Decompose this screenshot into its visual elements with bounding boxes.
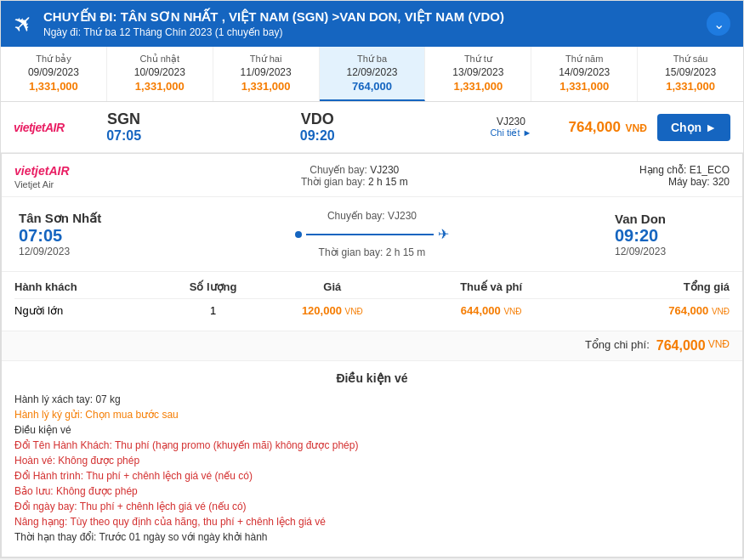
chi-tiet-link[interactable]: Chi tiết ► [477,127,545,139]
route-arr: Van Don 09:20 12/09/2023 [615,212,725,257]
date-value: 13/09/2023 [429,66,527,78]
expand-button[interactable]: ⌄ [707,12,730,36]
col-price-header: Giá [253,280,412,293]
tax-price: 644,000 VNĐ [412,304,571,317]
date-col[interactable]: Thứ bảy 09/09/2023 1,331,000 [1,47,107,101]
flight-header: ✈ CHUYẾN ĐI: TÂN SƠN NHẤT , VIỆT NAM (SG… [1,1,743,47]
flight-number-block: VJ230 Chi tiết ► [477,116,545,139]
col-tax-header: Thuế và phí [412,280,571,293]
condition-item: Thời hạn thay đổi: Trước 01 ngày so với … [14,531,730,543]
route-section: Tân Sơn Nhất 07:05 12/09/2023 Chuyến bay… [2,197,742,272]
condition-item: Đổi Hành trình: Thu phí + chênh lệch giá… [14,470,730,482]
dep-time: 07:05 [106,128,141,144]
passenger-type: Người lớn [14,304,173,317]
dep-code: SGN [107,110,140,128]
detail-logo-block: vietjetAIR Vietjet Air [14,164,70,189]
date-day: Thứ bảy [4,54,103,65]
total-label: Tổng chi phí: [585,338,650,354]
date-value: 12/09/2023 [323,66,422,78]
flight-currency: VNĐ [626,122,647,134]
date-day: Thứ hai [217,54,315,65]
condition-item: Hành lý xách tay: 07 kg [14,393,730,405]
date-value: 15/09/2023 [641,66,740,78]
detail-airline-name: Vietjet Air [14,179,70,189]
pricing-row: Người lớn 1 120,000 VNĐ 644,000 VNĐ 764,… [14,299,730,322]
date-day: Thứ sáu [641,54,740,65]
passenger-qty: 1 [173,304,253,317]
date-price: 764,000 [323,80,422,93]
date-col[interactable]: Chủ nhật 10/09/2023 1,331,000 [107,47,213,101]
arr-date: 12/09/2023 [615,246,725,257]
detail-duration: 2 h 15 m [368,176,408,188]
detail-panel: vietjetAIR Vietjet Air Chuyến bay: VJ230… [1,153,743,557]
col-total-header: Tổng giá [571,280,730,293]
base-price: 120,000 VNĐ [253,304,412,317]
date-day: Thứ năm [535,54,633,65]
dep-time-detail: 07:05 [19,226,129,246]
condition-item: Điều kiện vé [14,424,730,436]
arr-city: Van Don [615,212,725,226]
date-value: 11/09/2023 [217,66,315,78]
conditions-section: Điều kiện vé Hành lý xách tay: 07 kgHành… [2,361,742,557]
conditions-title: Điều kiện vé [14,371,730,385]
header-left: ✈ CHUYẾN ĐI: TÂN SƠN NHẤT , VIỆT NAM (SG… [14,9,504,38]
date-selector: Thứ bảy 09/09/2023 1,331,000 Chủ nhật 10… [1,47,743,102]
date-value: 09/09/2023 [4,66,103,78]
date-price: 1,331,000 [4,80,103,93]
date-price: 1,331,000 [535,80,633,93]
condition-item: Bảo lưu: Không được phép [14,485,730,497]
airline-logo: vietjetAIR [14,121,65,134]
condition-item: Đổi ngày bay: Thu phí + chênh lệch giá v… [14,501,730,512]
detail-airline-logo: vietjetAIR [14,164,70,178]
date-col[interactable]: Thứ sáu 15/09/2023 1,331,000 [638,47,743,101]
detail-right: Hạng chỗ: E1_ECO Máy bay: 320 [639,164,730,188]
dep-date: 12/09/2023 [19,246,129,257]
route-dep: Tân Sơn Nhất 07:05 12/09/2023 [19,211,129,257]
col-qty-header: Số lượng [173,280,253,293]
plane-right-icon: ✈ [438,226,449,242]
date-col[interactable]: Thứ hai 11/09/2023 1,331,000 [213,47,320,101]
date-value: 14/09/2023 [535,66,633,78]
flight-center: VDO 09:20 [158,110,477,144]
date-col[interactable]: Thứ tư 13/09/2023 1,331,000 [425,47,531,101]
arr-time-detail: 09:20 [615,226,725,246]
condition-item: Hành lý ký gửi: Chọn mua bước sau [14,409,730,421]
date-col[interactable]: Thứ năm 14/09/2023 1,331,000 [531,47,638,101]
chon-button[interactable]: Chọn ► [657,114,730,141]
route-middle: Chuyến bay: VJ230 ✈ Thời gian bay: 2 h 1… [146,210,598,258]
date-day: Thứ ba [323,54,422,65]
date-value: 10/09/2023 [111,66,209,78]
route-duration: 2 h 15 m [386,246,426,258]
route-flight: VJ230 [388,210,417,222]
flight-price: 764,000 [569,119,621,135]
date-day: Chủ nhật [111,54,209,65]
condition-item: Đổi Tên Hành Khách: Thu phí (hạng promo … [14,439,730,451]
flight-row: vietjetAIR SGN 07:05 VDO 09:20 VJ230 Chi… [1,102,743,153]
date-col[interactable]: Thứ ba 12/09/2023 764,000 [320,47,426,101]
date-day: Thứ tư [429,54,527,65]
date-price: 1,331,000 [111,80,209,93]
dep-city: Tân Sơn Nhất [19,211,129,226]
date-price: 1,331,000 [217,80,315,93]
date-price: 1,331,000 [429,80,527,93]
total-currency: VNĐ [708,338,730,354]
seat-class: E1_ECO [690,164,730,176]
main-container: ✈ CHUYẾN ĐI: TÂN SƠN NHẤT , VIỆT NAM (SG… [0,0,744,558]
flight-number: VJ230 [477,116,545,127]
arr-time: 09:20 [300,128,335,144]
detail-flight-info: Chuyến bay: VJ230 Thời gian bay: 2 h 15 … [301,164,408,188]
header-subtitle: Ngày đi: Thứ ba 12 Tháng Chín 2023 (1 ch… [43,26,504,38]
total-row: Tổng chi phí: 764,000 VNĐ [2,331,742,361]
detail-header: vietjetAIR Vietjet Air Chuyến bay: VJ230… [2,154,742,197]
condition-item: Nâng hạng: Tùy theo quy định của hãng, t… [14,516,730,528]
header-title: CHUYẾN ĐI: TÂN SƠN NHẤT , VIỆT NAM (SGN)… [43,9,504,25]
route-line: ✈ [146,226,598,242]
condition-item: Hoàn vé: Không được phép [14,455,730,467]
departure-block: SGN 07:05 [90,110,158,144]
date-price: 1,331,000 [641,80,740,93]
line-bar [306,234,434,235]
plane-type: 320 [713,176,730,188]
line-dot-left [295,231,302,238]
col-passenger-header: Hành khách [14,280,173,293]
pricing-header: Hành khách Số lượng Giá Thuế và phí Tổng… [14,280,730,299]
